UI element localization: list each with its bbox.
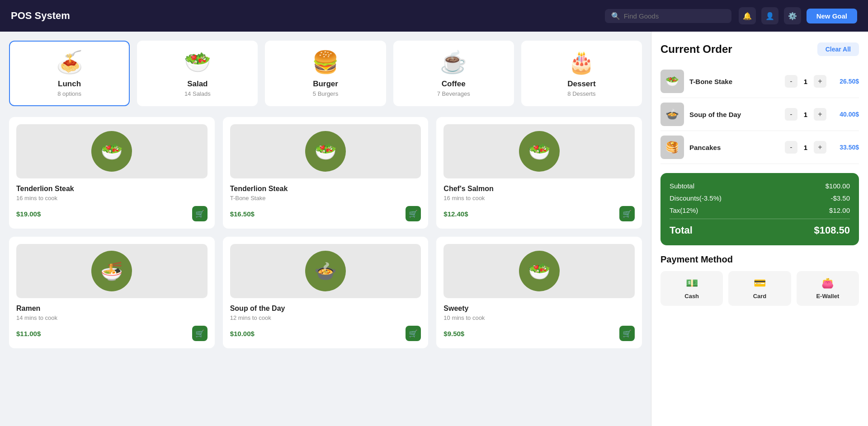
category-card-burger[interactable]: 🍔 Burger 5 Burgers [265,41,386,106]
order-item-0: 🥗 T-Bone Stake - 1 + 26.50$ [660,65,859,98]
food-footer-2: $12.40$ 🛒 [443,206,635,221]
order-header: Current Order Clear All [660,42,859,56]
payment-method-card[interactable]: 💳 Card [728,271,791,306]
food-footer-5: $9.50$ 🛒 [443,326,635,341]
qty-decrease-button-2[interactable]: - [785,141,797,154]
order-item-name-1: Soup of the Day [689,111,779,118]
food-name-2: Chef's Salmon [443,185,635,193]
food-card-4[interactable]: 🍲 Soup of the Day 12 mins to cook $10.00… [223,237,429,348]
search-bar[interactable]: 🔍 [605,9,731,23]
payment-icon-1: 💳 [754,277,766,289]
qty-controls-2: - 1 + [785,141,826,154]
payment-method-e-wallet[interactable]: 👛 E-Wallet [797,271,859,306]
food-image-1: 🥗 [305,131,346,172]
food-card-3[interactable]: 🍜 Ramen 14 mins to cook $11.00$ 🛒 [9,237,215,348]
summary-box: Subtotal $100.00 Discounts(-3.5%) -$3.50… [660,173,859,245]
user-icon: 👤 [765,12,774,20]
notification-button[interactable]: 🔔 [739,7,756,24]
add-to-cart-button-0[interactable]: 🛒 [192,206,208,221]
category-card-lunch[interactable]: 🍝 Lunch 8 options [9,41,130,106]
qty-decrease-button-0[interactable]: - [785,75,797,88]
food-image-wrap-4: 🍲 [230,244,421,298]
cart-icon-5: 🛒 [623,329,632,338]
order-item-price-2: 33.50$ [832,144,859,151]
food-price-2: $12.40$ [443,210,468,218]
qty-increase-button-1[interactable]: + [814,108,826,121]
qty-increase-button-0[interactable]: + [814,75,826,88]
food-sub-0: 16 mins to cook [16,195,208,201]
add-to-cart-button-5[interactable]: 🛒 [619,326,635,341]
category-name-dessert: Dessert [529,80,634,89]
clear-all-button[interactable]: Clear All [817,42,859,56]
category-name-coffee: Coffee [401,80,506,89]
payment-label-0: Cash [684,293,699,300]
food-image-wrap-1: 🥗 [230,124,421,178]
subtotal-value: $100.00 [826,182,850,190]
category-card-salad[interactable]: 🥗 Salad 14 Salads [137,41,258,106]
search-icon: 🔍 [611,12,620,20]
qty-increase-button-2[interactable]: + [814,141,826,154]
header-icons: 🔔 👤 ⚙️ New Goal [739,7,857,24]
food-name-5: Sweety [443,304,635,313]
cart-icon-4: 🛒 [409,329,418,338]
food-price-3: $11.00$ [16,330,41,337]
category-name-salad: Salad [145,80,250,89]
food-price-5: $9.50$ [443,330,464,337]
new-goal-button[interactable]: New Goal [807,9,857,23]
cart-icon-3: 🛒 [195,329,204,338]
food-card-2[interactable]: 🥗 Chef's Salmon 16 mins to cook $12.40$ … [436,117,642,229]
cart-icon-0: 🛒 [195,210,204,218]
order-item-price-1: 40.00$ [832,111,859,118]
order-item-image-0: 🥗 [660,70,684,93]
left-panel: 🍝 Lunch 8 options 🥗 Salad 14 Salads 🍔 Bu… [0,32,651,426]
order-item-image-1: 🍲 [660,103,684,126]
category-name-lunch: Lunch [17,80,122,89]
qty-decrease-button-1[interactable]: - [785,108,797,121]
food-footer-0: $19.00$ 🛒 [16,206,208,221]
order-item-price-0: 26.50$ [832,78,859,85]
add-to-cart-button-1[interactable]: 🛒 [406,206,421,221]
category-icon-dessert: 🎂 [529,50,634,75]
food-image-wrap-2: 🥗 [443,124,635,178]
header: POS System 🔍 🔔 👤 ⚙️ New Goal [0,0,868,32]
qty-controls-1: - 1 + [785,108,826,121]
category-card-coffee[interactable]: ☕ Coffee 7 Beverages [393,41,514,106]
food-card-1[interactable]: 🥗 Tenderlion Steak T-Bone Stake $16.50$ … [223,117,429,229]
add-to-cart-button-3[interactable]: 🛒 [192,326,208,341]
food-card-0[interactable]: 🥗 Tenderlion Steak 16 mins to cook $19.0… [9,117,215,229]
category-sub-burger: 5 Burgers [273,90,377,97]
settings-button[interactable]: ⚙️ [784,7,801,24]
right-panel: Current Order Clear All 🥗 T-Bone Stake -… [651,32,868,426]
cart-icon-1: 🛒 [409,210,418,218]
food-name-4: Soup of the Day [230,304,421,313]
qty-controls-0: - 1 + [785,75,826,88]
food-sub-1: T-Bone Stake [230,195,421,201]
total-row: Total $108.50 [670,219,850,236]
category-icon-burger: 🍔 [273,50,377,75]
order-item-name-0: T-Bone Stake [689,78,779,85]
category-name-burger: Burger [273,80,377,89]
bell-icon: 🔔 [743,12,752,20]
search-input[interactable] [624,12,725,20]
food-grid: 🥗 Tenderlion Steak 16 mins to cook $19.0… [9,117,642,348]
payment-icon-2: 👛 [821,277,834,289]
main-content: 🍝 Lunch 8 options 🥗 Salad 14 Salads 🍔 Bu… [0,32,868,426]
payment-title: Payment Method [660,254,859,265]
app-title: POS System [11,10,598,22]
payment-method-cash[interactable]: 💵 Cash [660,271,723,306]
category-icon-lunch: 🍝 [17,50,122,75]
payment-icon-0: 💵 [686,277,698,289]
order-item-name-2: Pancakes [689,144,779,151]
category-card-dessert[interactable]: 🎂 Dessert 8 Desserts [521,41,642,106]
order-title: Current Order [660,43,732,56]
qty-number-2: 1 [801,144,810,151]
add-to-cart-button-4[interactable]: 🛒 [406,326,421,341]
user-button[interactable]: 👤 [761,7,778,24]
food-card-5[interactable]: 🥗 Sweety 10 mins to cook $9.50$ 🛒 [436,237,642,348]
order-item-1: 🍲 Soup of the Day - 1 + 40.00$ [660,98,859,131]
food-name-0: Tenderlion Steak [16,185,208,193]
food-footer-1: $16.50$ 🛒 [230,206,421,221]
gear-icon: ⚙️ [788,12,797,20]
tax-value: $12.00 [829,206,850,214]
add-to-cart-button-2[interactable]: 🛒 [619,206,635,221]
